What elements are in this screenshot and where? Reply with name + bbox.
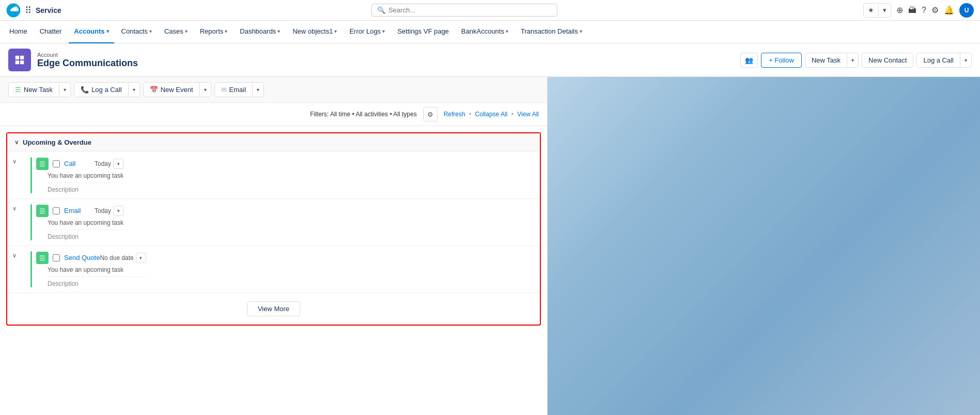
- top-utility-bar: ⠿ Service 🔍 ★ ▾ ⊕ 🏔 ? ⚙ 🔔 U: [0, 0, 980, 21]
- new-task-toolbar-icon: ☰: [15, 86, 21, 94]
- favorites-button[interactable]: ★ ▾: [863, 3, 891, 18]
- record-header: Account Edge Communications 👥 + Follow N…: [0, 43, 980, 77]
- task-item: ∨ ☰ Email Today: [7, 199, 540, 246]
- nav-item-transaction-details[interactable]: Transaction Details ▾: [516, 21, 587, 43]
- log-call-toolbar-dropdown[interactable]: ▾: [128, 83, 139, 97]
- task-expand-icon[interactable]: ∨: [12, 251, 17, 259]
- search-container: 🔍: [66, 4, 863, 17]
- search-box[interactable]: 🔍: [371, 4, 557, 17]
- nav-item-home[interactable]: Home: [4, 21, 33, 43]
- nav-item-new-objects[interactable]: New objects1 ▾: [287, 21, 342, 43]
- follow-label: + Follow: [769, 56, 794, 64]
- collapse-all-link[interactable]: Collapse All: [475, 111, 508, 118]
- task-subtitle: You have an upcoming task: [48, 172, 123, 179]
- nav-item-error-logs[interactable]: Error Logs ▾: [344, 21, 390, 43]
- log-call-toolbar-main[interactable]: 📞 Log a Call: [74, 83, 128, 97]
- apps-icon[interactable]: ⠿: [25, 5, 32, 16]
- top-bar-right: ★ ▾ ⊕ 🏔 ? ⚙ 🔔 U: [863, 3, 974, 18]
- task-type-icon: ☰: [36, 252, 49, 264]
- favorites-chevron[interactable]: ▾: [879, 4, 891, 16]
- task-date-dropdown-button[interactable]: ▾: [136, 253, 146, 263]
- new-contact-main-button[interactable]: New Contact: [862, 53, 913, 67]
- nav-item-accounts[interactable]: Accounts ▾: [69, 21, 114, 43]
- task-item: ∨ ☰ Call Today: [7, 152, 540, 199]
- task-title-row: ☰ Call: [36, 157, 75, 170]
- nav-item-settings-vf[interactable]: Settings VF page: [392, 21, 454, 43]
- task-expand-icon[interactable]: ∨: [12, 204, 17, 212]
- record-header-left: Account Edge Communications: [8, 49, 138, 71]
- notification-icon[interactable]: 🏔: [908, 6, 916, 15]
- task-date-dropdown-button[interactable]: ▾: [113, 159, 123, 169]
- task-content: ☰ Send Quote No due date ▾ You have an u…: [36, 251, 146, 287]
- nav-item-chatter[interactable]: Chatter: [35, 21, 67, 43]
- activity-toolbar: ☰ New Task ▾ 📞 Log a Call ▾ 📅 New Event …: [0, 77, 547, 103]
- log-call-dropdown-button[interactable]: ▾: [960, 53, 971, 67]
- salesforce-logo[interactable]: [6, 3, 21, 18]
- refresh-link[interactable]: Refresh: [444, 111, 465, 118]
- task-checkbox[interactable]: [53, 207, 60, 214]
- new-event-toolbar-button: 📅 New Event ▾: [143, 82, 211, 97]
- people-icon: 👥: [745, 56, 753, 64]
- task-title-link[interactable]: Email: [64, 207, 81, 214]
- reports-chevron-icon: ▾: [225, 28, 227, 34]
- svg-rect-2: [20, 56, 24, 59]
- view-all-link[interactable]: View All: [517, 111, 539, 118]
- task-timeline-line: [30, 251, 32, 287]
- bell-icon[interactable]: 🔔: [944, 5, 954, 15]
- task-title-row: ☰ Send Quote: [36, 251, 100, 264]
- task-date-text: No due date: [100, 254, 133, 262]
- new-task-toolbar-dropdown[interactable]: ▾: [59, 83, 70, 97]
- task-row: ∨ ☰ Call Today: [12, 157, 533, 193]
- task-subtitle: You have an upcoming task: [48, 219, 123, 226]
- task-title-link[interactable]: Send Quote: [64, 254, 100, 262]
- task-content: ☰ Call Today ▾ You have an upcoming task: [36, 157, 123, 193]
- contacts-chevron-icon: ▾: [149, 28, 152, 34]
- task-date: Today ▾: [95, 206, 123, 216]
- email-toolbar-button: ✉ Email ▾: [214, 82, 265, 97]
- filters-settings-button[interactable]: ⚙: [423, 107, 438, 121]
- nav-item-bank-accounts[interactable]: BankAccounts ▾: [456, 21, 514, 43]
- follow-button[interactable]: + Follow: [761, 53, 802, 68]
- task-date: Today ▾: [95, 159, 123, 169]
- nav-item-dashboards[interactable]: Dashboards ▾: [235, 21, 285, 43]
- nav-item-cases[interactable]: Cases ▾: [159, 21, 193, 43]
- avatar[interactable]: U: [959, 3, 974, 18]
- new-task-toolbar-main[interactable]: ☰ New Task: [9, 83, 59, 97]
- activity-panel: ☰ New Task ▾ 📞 Log a Call ▾ 📅 New Event …: [0, 77, 548, 415]
- new-task-main-button[interactable]: New Task: [805, 53, 847, 67]
- main-content: ☰ New Task ▾ 📞 Log a Call ▾ 📅 New Event …: [0, 77, 980, 415]
- log-call-toolbar-button: 📞 Log a Call ▾: [74, 82, 140, 97]
- svg-rect-1: [15, 56, 19, 59]
- log-call-main-button[interactable]: Log a Call: [917, 53, 960, 67]
- task-checkbox[interactable]: [53, 254, 60, 262]
- filters-bar: Filters: All time • All activities • All…: [0, 103, 547, 126]
- add-icon[interactable]: ⊕: [896, 5, 903, 15]
- email-toolbar-dropdown[interactable]: ▾: [252, 83, 263, 97]
- task-checkbox[interactable]: [53, 160, 60, 167]
- star-icon[interactable]: ★: [864, 4, 879, 16]
- task-left-bar: ☰ Email Today ▾ You have an upcoming tas…: [21, 204, 123, 240]
- new-task-toolbar-label: New Task: [24, 86, 53, 94]
- nav-item-contacts[interactable]: Contacts ▾: [116, 21, 157, 43]
- task-title-link[interactable]: Call: [64, 160, 75, 167]
- new-task-dropdown-button[interactable]: ▾: [847, 53, 858, 67]
- task-date-text: Today: [95, 160, 111, 167]
- record-title-block: Account Edge Communications: [37, 52, 138, 69]
- search-input[interactable]: [388, 6, 552, 14]
- task-date-dropdown-button[interactable]: ▾: [113, 206, 123, 216]
- help-icon[interactable]: ?: [922, 6, 926, 15]
- nav-item-reports[interactable]: Reports ▾: [195, 21, 233, 43]
- filters-actions: Refresh • Collapse All • View All: [444, 111, 539, 118]
- view-more-button[interactable]: View More: [247, 301, 300, 316]
- new-event-toolbar-dropdown[interactable]: ▾: [199, 83, 211, 97]
- task-expand-icon[interactable]: ∨: [12, 157, 17, 165]
- nav-label-contacts: Contacts: [121, 27, 148, 35]
- people-icon-button[interactable]: 👥: [740, 53, 758, 68]
- upcoming-collapse-icon[interactable]: ∨: [14, 139, 19, 146]
- email-toolbar-main[interactable]: ✉ Email: [215, 83, 253, 97]
- new-event-toolbar-main[interactable]: 📅 New Event: [144, 83, 199, 97]
- settings-icon[interactable]: ⚙: [931, 5, 939, 15]
- record-header-right: 👥 + Follow New Task ▾ New Contact Log a …: [740, 53, 972, 68]
- nav-label-transaction-details: Transaction Details: [521, 27, 578, 35]
- new-task-split-button: New Task ▾: [805, 53, 859, 68]
